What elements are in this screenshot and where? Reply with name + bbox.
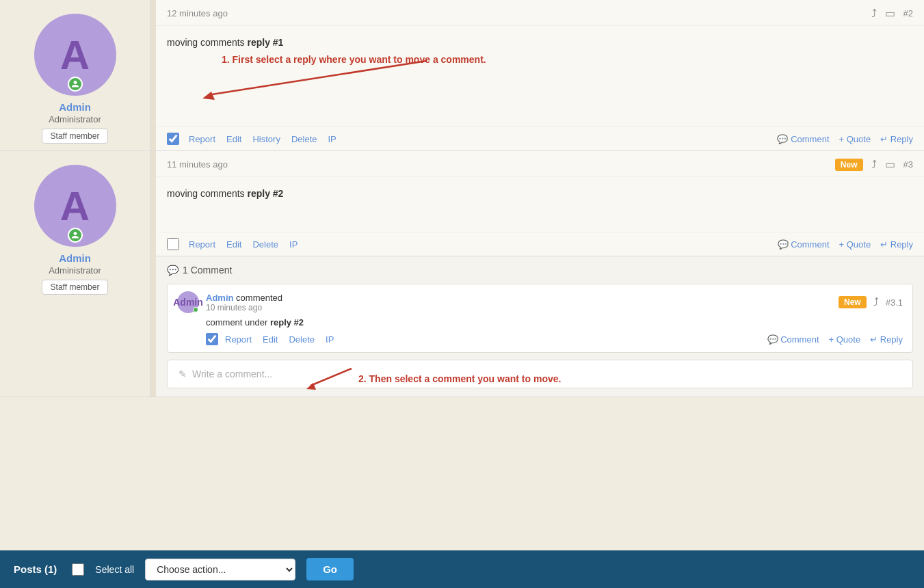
post-number-2: #3 [903, 159, 913, 170]
avatar-2: A [34, 165, 116, 247]
post-2-right-actions: 💬 Comment + Quote ↵ Reply [778, 239, 913, 250]
pencil-icon: ✎ [179, 369, 187, 379]
avatar-letter-2: A [60, 183, 90, 230]
annotation-text-1: 1. First select a reply where you want t… [222, 54, 486, 65]
action-select[interactable]: Choose action... Delete Move Merge [145, 559, 295, 580]
post-1-comment-btn[interactable]: 💬 Comment [777, 134, 829, 144]
bookmark-icon-2[interactable]: ▭ [885, 158, 895, 171]
write-comment-placeholder: Write a comment... [192, 369, 272, 379]
post-1-ip[interactable]: IP [328, 134, 336, 144]
comment-avatar: Admin [177, 291, 199, 313]
post-row-1: A Admin Administrator Staff member 12 mi… [0, 0, 924, 151]
comment-right: New ⤴ #3.1 [839, 296, 903, 308]
comment-share-icon[interactable]: ⤴ [873, 296, 879, 308]
post-2-edit[interactable]: Edit [226, 239, 241, 250]
user-name-2[interactable]: Admin [59, 252, 91, 264]
share-icon-2[interactable]: ⤴ [871, 159, 877, 171]
comment-comment-btn[interactable]: 💬 Comment [767, 334, 819, 345]
post-1-delete[interactable]: Delete [291, 134, 317, 144]
post-2-delete[interactable]: Delete [252, 239, 278, 250]
comment-left: Admin Admin commented 10 minutes ago [177, 291, 282, 313]
post-1-edit[interactable]: Edit [226, 134, 241, 144]
post-2-content: 11 minutes ago New ⤴ ▭ #3 moving comment… [156, 151, 924, 397]
post-2-actions: Report Edit Delete IP 💬 Comment + Quote … [156, 232, 924, 256]
bookmark-icon-1[interactable]: ▭ [885, 7, 895, 20]
comment-body: comment under reply #2 [177, 317, 903, 328]
comment-count: 1 Comment [183, 265, 232, 276]
comments-section: 💬 1 Comment Admin [156, 256, 924, 397]
new-badge-2: New [835, 159, 863, 171]
post-2-checkbox[interactable] [167, 238, 179, 250]
posts-count: Posts (1) [14, 563, 57, 575]
comment-report[interactable]: Report [225, 334, 252, 345]
write-comment-wrapper: ✎ Write a comment... 2. Then select a co… [167, 360, 913, 388]
post-2-ip[interactable]: IP [289, 239, 298, 250]
comment-number: #3.1 [886, 297, 903, 308]
comment-online-dot [193, 307, 198, 312]
post-1-content: 12 minutes ago ⤴ ▭ #2 moving comments re… [156, 0, 924, 150]
comment-item-1-header: Admin Admin commented 10 minutes ago [177, 291, 903, 313]
user-role-2: Administrator [49, 265, 101, 276]
comment-time: 10 minutes ago [206, 303, 282, 312]
bottom-bar: Posts (1) Select all Choose action... De… [0, 550, 924, 588]
post-row-2: A Admin Administrator Staff member 11 mi… [0, 151, 924, 397]
post-1-quote-btn[interactable]: + Quote [839, 134, 871, 144]
posts-area: A Admin Administrator Staff member 12 mi… [0, 0, 924, 550]
staff-badge-1: Staff member [42, 129, 109, 144]
comment-checkbox[interactable] [206, 333, 218, 345]
post-1-header: 12 minutes ago ⤴ ▭ #2 [156, 0, 924, 26]
comment-delete[interactable]: Delete [289, 334, 315, 345]
avatar-1: A [34, 14, 116, 96]
post-2-timestamp: 11 minutes ago [167, 159, 228, 170]
comment-author-line: Admin commented [206, 293, 282, 303]
post-1-reply-btn[interactable]: ↵ Reply [880, 134, 913, 144]
page-wrapper: A Admin Administrator Staff member 12 mi… [0, 0, 924, 588]
post-2-reply-btn[interactable]: ↵ Reply [880, 239, 913, 250]
comment-right-actions: 💬 Comment + Quote ↵ Reply [767, 334, 903, 345]
post-2-body: moving comments reply #2 [156, 177, 924, 232]
post-2-comment-btn[interactable]: 💬 Comment [778, 239, 830, 250]
comment-quote-btn[interactable]: + Quote [829, 334, 861, 345]
avatar-letter-1: A [60, 31, 90, 79]
comment-action-text: commented [236, 293, 282, 303]
post-1-header-right: ⤴ ▭ #2 [871, 7, 913, 20]
svg-marker-1 [202, 92, 215, 100]
post-1-actions: Report Edit History Delete IP 💬 Comment … [156, 126, 924, 150]
select-all-label[interactable]: Select all [95, 564, 134, 575]
share-icon-1[interactable]: ⤴ [871, 8, 877, 20]
svg-line-0 [208, 61, 427, 95]
comments-header: 💬 1 Comment [167, 265, 913, 276]
post-1-right-actions: 💬 Comment + Quote ↵ Reply [777, 134, 913, 144]
staff-badge-2: Staff member [42, 280, 109, 295]
post-2-report[interactable]: Report [189, 239, 215, 250]
post-number-1: #2 [903, 8, 913, 18]
post-1-text: moving comments reply #1 [167, 37, 913, 48]
post-1-report[interactable]: Report [189, 134, 215, 144]
post-1-body: moving comments reply #1 1. First select… [156, 26, 924, 126]
post-1-history[interactable]: History [252, 134, 280, 144]
select-all-checkbox[interactable] [72, 563, 84, 576]
user-name-1[interactable]: Admin [59, 101, 91, 113]
post-1-checkbox[interactable] [167, 133, 179, 145]
comment-icon-1: 💬 [777, 134, 788, 144]
comment-edit[interactable]: Edit [263, 334, 278, 345]
post-1-left-border [150, 0, 156, 150]
post-2-sidebar: A Admin Administrator Staff member [0, 151, 150, 397]
comment-item-1: Admin Admin commented 10 minutes ago [167, 284, 913, 353]
comment-author-name[interactable]: Admin [206, 293, 233, 303]
comment-ip[interactable]: IP [326, 334, 334, 345]
comment-actions: Report Edit Delete IP 💬 Comment + Quote … [177, 333, 903, 345]
post-2-quote-btn[interactable]: + Quote [839, 239, 871, 250]
write-comment-box[interactable]: ✎ Write a comment... [167, 360, 913, 388]
post-2-header: 11 minutes ago New ⤴ ▭ #3 [156, 151, 924, 177]
comment-bubble-icon: 💬 [167, 265, 179, 276]
post-2-header-right: New ⤴ ▭ #3 [835, 158, 913, 171]
go-button[interactable]: Go [306, 558, 354, 580]
comment-new-badge: New [839, 296, 867, 308]
comment-meta: Admin commented 10 minutes ago [206, 293, 282, 312]
post-1-timestamp: 12 minutes ago [167, 8, 228, 18]
post-2-text: moving comments reply #2 [167, 188, 913, 199]
post-2-left-border [150, 151, 156, 397]
comment-reply-btn[interactable]: ↵ Reply [870, 334, 903, 345]
post-1-sidebar: A Admin Administrator Staff member [0, 0, 150, 150]
